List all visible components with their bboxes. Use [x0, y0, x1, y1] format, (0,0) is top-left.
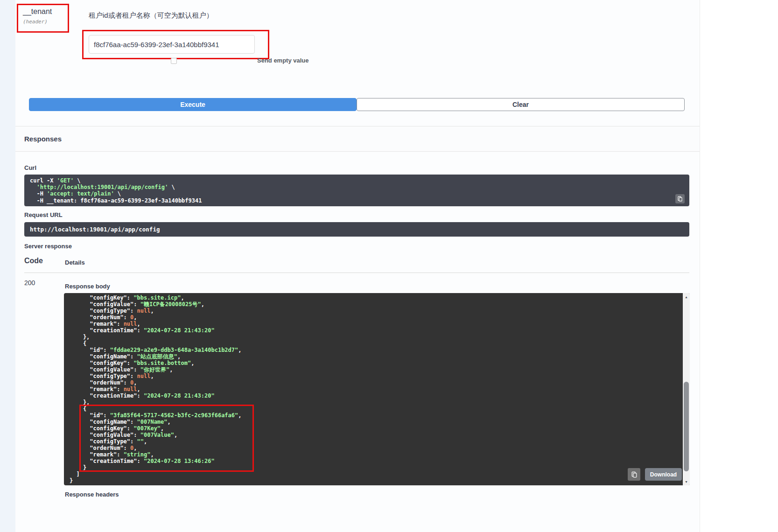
swagger-operation-panel: __tenant (header) 租户id或者租户名称（可空为默认租户） Se…	[15, 0, 700, 532]
annotation-box-tenant-input	[82, 30, 269, 59]
response-body-label: Response body	[65, 283, 110, 290]
request-url-label: Request URL	[24, 211, 63, 218]
curl-label: Curl	[24, 164, 36, 171]
request-url-value: http://localhost:19001/api/app/config	[30, 226, 160, 233]
annotation-box-parameter-name: __tenant (header)	[17, 4, 69, 33]
scrollbar-up-arrow-icon[interactable]: ▲	[683, 293, 690, 301]
response-body-scrollbar[interactable]: ▲ ▼	[683, 293, 690, 485]
download-button[interactable]: Download	[645, 468, 682, 481]
curl-command-text: curl -X 'GET' \ 'http://localhost:19001/…	[30, 177, 669, 204]
scrollbar-down-arrow-icon[interactable]: ▼	[683, 478, 690, 485]
responses-title: Responses	[24, 135, 62, 143]
response-table-divider	[24, 273, 689, 273]
request-url-block: http://localhost:19001/api/app/config	[24, 222, 689, 237]
execute-button[interactable]: Execute	[29, 98, 357, 111]
response-body-code: "configKey": "bbs.site.icp", "configValu…	[64, 293, 683, 485]
parameter-description: 租户id或者租户名称（可空为默认租户）	[89, 11, 213, 20]
response-body-block: "configKey": "bbs.site.icp", "configValu…	[64, 293, 690, 485]
details-column-header: Details	[65, 259, 85, 266]
response-json-highlight-group: { "id": "3fa85f64-5717-4562-b3fc-2c963f6…	[70, 406, 242, 471]
server-response-label: Server response	[24, 243, 72, 250]
scrollbar-thumb[interactable]	[684, 382, 689, 471]
send-empty-value-label: Send empty value	[257, 57, 309, 64]
response-json-before: "configKey": "bbs.site.icp", "configValu…	[70, 294, 683, 406]
tenant-input[interactable]	[89, 35, 255, 54]
code-column-header: Code	[24, 257, 43, 265]
copy-curl-button[interactable]	[675, 194, 685, 203]
response-json-highlighted: { "id": "3fa85f64-5717-4562-b3fc-2c963f6…	[70, 406, 242, 471]
send-empty-value-checkbox[interactable]	[171, 58, 177, 64]
copy-icon	[631, 471, 638, 478]
status-code: 200	[24, 279, 35, 287]
curl-command-block: curl -X 'GET' \ 'http://localhost:19001/…	[24, 175, 689, 206]
responses-section-header: Responses	[15, 126, 700, 152]
parameter-name: __tenant	[23, 7, 63, 16]
response-headers-label: Response headers	[65, 491, 119, 498]
copy-response-button[interactable]	[628, 468, 640, 481]
copy-icon	[677, 196, 683, 202]
page-left-gutter	[0, 0, 15, 532]
response-json-after: ] }	[70, 471, 683, 484]
clear-button[interactable]: Clear	[357, 98, 685, 111]
parameter-location: (header)	[23, 19, 63, 25]
